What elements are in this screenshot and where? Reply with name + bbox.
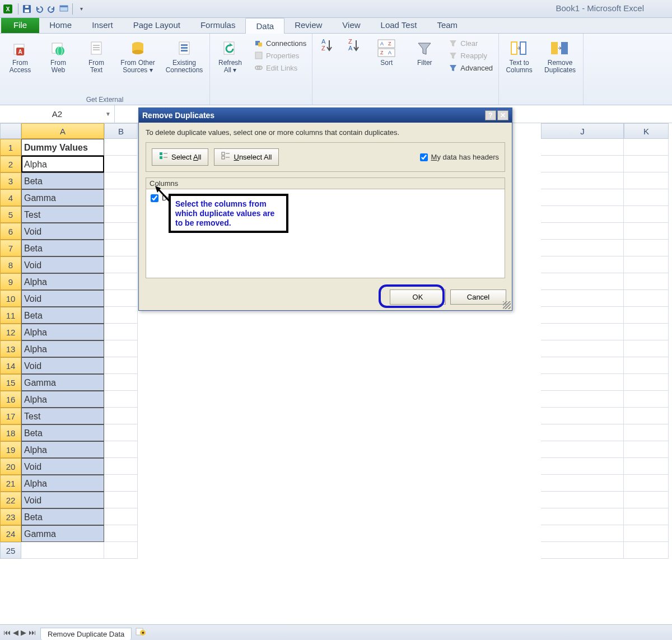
cell[interactable] bbox=[541, 357, 624, 374]
cell[interactable] bbox=[104, 307, 138, 324]
cell[interactable] bbox=[624, 223, 669, 240]
dialog-title-bar[interactable]: Remove Duplicates ? ✕ bbox=[139, 108, 512, 123]
cell[interactable] bbox=[541, 189, 624, 206]
tab-review[interactable]: Review bbox=[284, 17, 332, 33]
edit-links-cmd[interactable]: Edit Links bbox=[254, 63, 306, 73]
cell[interactable] bbox=[541, 458, 624, 475]
from-other-sources-button[interactable]: From Other Sources ▾ bbox=[118, 36, 158, 74]
cell[interactable]: Test bbox=[21, 206, 104, 223]
cell[interactable] bbox=[104, 475, 138, 492]
cell[interactable] bbox=[624, 458, 669, 475]
cell[interactable] bbox=[541, 139, 624, 156]
cell[interactable] bbox=[624, 441, 669, 458]
cell[interactable] bbox=[104, 139, 138, 156]
cell[interactable]: Beta bbox=[21, 508, 104, 525]
row-header[interactable]: 20 bbox=[0, 458, 21, 475]
cell[interactable] bbox=[104, 223, 138, 240]
row-header[interactable]: 19 bbox=[0, 441, 21, 458]
cell[interactable] bbox=[541, 374, 624, 391]
cell[interactable] bbox=[104, 408, 138, 424]
cell[interactable] bbox=[541, 156, 624, 172]
cell[interactable] bbox=[541, 223, 624, 240]
row-header[interactable]: 3 bbox=[0, 172, 21, 189]
existing-connections-button[interactable]: Existing Connections bbox=[162, 36, 206, 74]
cell[interactable] bbox=[104, 256, 138, 273]
cell[interactable] bbox=[541, 273, 624, 290]
row-header[interactable]: 23 bbox=[0, 508, 21, 525]
col-header-b[interactable]: B bbox=[104, 123, 138, 139]
new-sheet-icon[interactable]: ✦ bbox=[135, 627, 146, 638]
ok-button[interactable]: OK bbox=[390, 289, 446, 305]
from-web-button[interactable]: From Web bbox=[41, 36, 75, 74]
tab-load-test[interactable]: Load Test bbox=[371, 17, 427, 33]
cell[interactable] bbox=[624, 508, 669, 525]
row-header[interactable]: 25 bbox=[0, 542, 21, 559]
cell[interactable]: Gamma bbox=[21, 189, 104, 206]
cell[interactable] bbox=[624, 189, 669, 206]
col-header-j[interactable]: J bbox=[541, 123, 624, 139]
tab-team[interactable]: Team bbox=[427, 17, 468, 33]
row-header[interactable]: 11 bbox=[0, 307, 21, 324]
cell[interactable] bbox=[624, 475, 669, 492]
cell[interactable] bbox=[541, 290, 624, 307]
cell[interactable]: Alpha bbox=[21, 340, 104, 357]
file-tab[interactable]: File bbox=[1, 17, 39, 33]
select-all-button[interactable]: Select All bbox=[152, 148, 208, 166]
cell[interactable] bbox=[541, 542, 624, 559]
cell[interactable] bbox=[104, 189, 138, 206]
cell[interactable] bbox=[104, 441, 138, 458]
row-header[interactable]: 2 bbox=[0, 156, 21, 172]
cell[interactable] bbox=[104, 424, 138, 441]
cell[interactable] bbox=[541, 206, 624, 223]
row-header[interactable]: 17 bbox=[0, 408, 21, 424]
cell[interactable] bbox=[104, 508, 138, 525]
cell[interactable] bbox=[541, 475, 624, 492]
cell[interactable]: Test bbox=[21, 408, 104, 424]
cell[interactable] bbox=[541, 256, 624, 273]
cell[interactable]: Alpha bbox=[21, 156, 104, 172]
row-header[interactable]: 14 bbox=[0, 357, 21, 374]
row-header[interactable]: 10 bbox=[0, 290, 21, 307]
cell[interactable] bbox=[624, 139, 669, 156]
cell[interactable] bbox=[624, 408, 669, 424]
row-header[interactable]: 8 bbox=[0, 256, 21, 273]
row-header[interactable]: 12 bbox=[0, 324, 21, 340]
sheet-tab[interactable]: Remove Duplicate Data bbox=[40, 628, 132, 640]
from-access-button[interactable]: A From Access bbox=[3, 36, 37, 74]
cell[interactable] bbox=[624, 391, 669, 408]
row-header[interactable]: 5 bbox=[0, 206, 21, 223]
cell[interactable] bbox=[624, 172, 669, 189]
cell[interactable]: Beta bbox=[21, 172, 104, 189]
unselect-all-button[interactable]: Unselect All bbox=[214, 148, 279, 166]
help-button[interactable]: ? bbox=[485, 110, 496, 120]
cell[interactable]: Void bbox=[21, 256, 104, 273]
cell[interactable] bbox=[104, 374, 138, 391]
cell[interactable] bbox=[624, 206, 669, 223]
cell[interactable] bbox=[624, 156, 669, 172]
cell[interactable] bbox=[624, 240, 669, 256]
cell[interactable]: Void bbox=[21, 357, 104, 374]
cell[interactable]: Dummy Values bbox=[21, 139, 104, 156]
cell[interactable] bbox=[104, 391, 138, 408]
tab-data[interactable]: Data bbox=[245, 18, 284, 34]
cell[interactable] bbox=[541, 408, 624, 424]
cell[interactable] bbox=[104, 458, 138, 475]
cell[interactable]: Alpha bbox=[21, 391, 104, 408]
clear-filter-cmd[interactable]: Clear bbox=[448, 38, 493, 48]
filter-button[interactable]: Filter bbox=[408, 36, 441, 75]
row-header[interactable]: 6 bbox=[0, 223, 21, 240]
cell[interactable]: Alpha bbox=[21, 273, 104, 290]
cell[interactable] bbox=[541, 340, 624, 357]
cell[interactable] bbox=[541, 424, 624, 441]
cell[interactable] bbox=[104, 273, 138, 290]
from-text-button[interactable]: From Text bbox=[80, 36, 113, 74]
cell[interactable] bbox=[104, 290, 138, 307]
cell[interactable] bbox=[624, 273, 669, 290]
cell[interactable] bbox=[624, 424, 669, 441]
tab-page-layout[interactable]: Page Layout bbox=[123, 17, 190, 33]
cell[interactable] bbox=[104, 340, 138, 357]
cell[interactable]: Void bbox=[21, 290, 104, 307]
row-header[interactable]: 15 bbox=[0, 374, 21, 391]
sort-button[interactable]: AZZA Sort bbox=[370, 36, 403, 75]
cell[interactable] bbox=[104, 492, 138, 508]
